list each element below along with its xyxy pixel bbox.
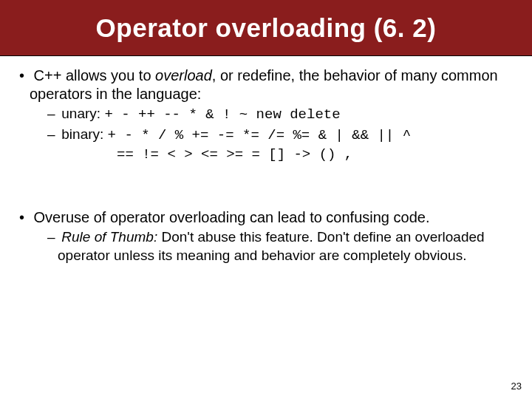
bullet-1-pre: C++ allows you to (34, 67, 156, 83)
page-number: 23 (511, 381, 522, 392)
unary-label: unary: (61, 106, 104, 121)
bullet-2-text: Overuse of operator overloading can lead… (34, 209, 430, 225)
bullet-1-binary: binary: + - * / % += -= *= /= %= & | && … (30, 126, 525, 164)
title-bar: Operator overloading (6. 2) (0, 0, 532, 56)
bullet-2-sub: Rule of Thumb: Don't abuse this feature.… (30, 228, 525, 265)
slide-body: C++ allows you to overload, or redefine,… (0, 56, 532, 265)
spacer (7, 168, 525, 208)
bullet-1: C++ allows you to overload, or redefine,… (7, 66, 525, 164)
binary-operators-line1: + - * / % += -= *= /= %= & | && || ^ (108, 127, 411, 143)
slide-title: Operator overloading (6. 2) (96, 13, 437, 43)
bullet-1-emph: overload (155, 67, 212, 83)
title-main: Operator overloading (96, 13, 366, 42)
rule-of-thumb-lead: Rule of Thumb: (61, 229, 157, 245)
binary-label: binary: (61, 126, 107, 142)
bullet-2: Overuse of operator overloading can lead… (7, 208, 525, 265)
unary-operators: + - ++ -- * & ! ~ new delete (104, 106, 340, 123)
bullet-1-unary: unary: + - ++ -- * & ! ~ new delete (30, 105, 525, 124)
binary-operators-line2: == != < > <= >= = [] -> () , (58, 146, 525, 164)
title-section: (6. 2) (374, 13, 437, 42)
